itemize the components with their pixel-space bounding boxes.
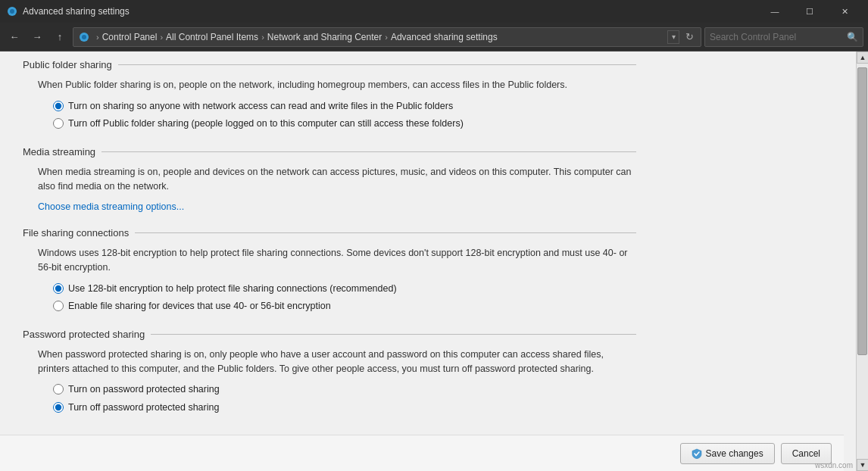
path-advanced-sharing[interactable]: Advanced sharing settings bbox=[391, 32, 498, 42]
path-dropdown[interactable]: ▾ bbox=[667, 30, 679, 44]
file-sharing-label-2: Enable file sharing for devices that use… bbox=[68, 300, 331, 313]
search-input[interactable] bbox=[710, 32, 847, 42]
password-sharing-option-1[interactable]: Turn on password protected sharing bbox=[53, 383, 636, 397]
password-sharing-option-2[interactable]: Turn off password protected sharing bbox=[53, 401, 636, 415]
file-sharing-option-1[interactable]: Use 128-bit encryption to help protect f… bbox=[53, 282, 636, 296]
save-changes-label: Save changes bbox=[706, 448, 763, 459]
file-sharing-option-2[interactable]: Enable file sharing for devices that use… bbox=[53, 300, 636, 313]
public-folder-radio-1[interactable] bbox=[53, 101, 64, 111]
scrollbar-track[interactable] bbox=[857, 64, 868, 459]
public-folder-radio-2[interactable] bbox=[53, 118, 64, 129]
media-streaming-desc: When media streaming is on, people and d… bbox=[38, 165, 636, 194]
media-streaming-line bbox=[101, 151, 636, 152]
up-button[interactable]: ↑ bbox=[50, 27, 70, 47]
main-area: Public folder sharing When Public folder… bbox=[0, 51, 868, 471]
public-folder-option-1[interactable]: Turn on sharing so anyone with network a… bbox=[53, 100, 636, 114]
bottom-bar: Save changes Cancel bbox=[0, 435, 844, 471]
svg-point-1 bbox=[10, 9, 14, 14]
path-sep-3: › bbox=[385, 33, 388, 42]
file-sharing-section: File sharing connections Windows uses 12… bbox=[23, 227, 636, 313]
password-sharing-header: Password protected sharing bbox=[23, 329, 636, 340]
title-bar: Advanced sharing settings — ☐ ✕ bbox=[0, 0, 868, 23]
minimize-button[interactable]: — bbox=[757, 0, 792, 23]
public-folder-desc: When Public folder sharing is on, people… bbox=[38, 78, 636, 92]
password-sharing-line bbox=[151, 334, 636, 335]
save-changes-button[interactable]: Save changes bbox=[680, 443, 775, 464]
content-panel: Public folder sharing When Public folder… bbox=[0, 51, 856, 471]
password-sharing-title: Password protected sharing bbox=[23, 329, 145, 340]
file-sharing-radio-1[interactable] bbox=[53, 283, 64, 294]
public-folder-option-2[interactable]: Turn off Public folder sharing (people l… bbox=[53, 117, 636, 131]
file-sharing-desc: Windows uses 128-bit encryption to help … bbox=[38, 246, 636, 275]
password-sharing-options: Turn on password protected sharing Turn … bbox=[53, 383, 636, 414]
scrollbar-thumb[interactable] bbox=[857, 67, 867, 355]
path-control-panel[interactable]: Control Panel bbox=[102, 32, 158, 42]
path-network-center[interactable]: Network and Sharing Center bbox=[267, 32, 382, 42]
media-streaming-header: Media streaming bbox=[23, 146, 636, 158]
scrollbar-down[interactable]: ▼ bbox=[857, 459, 868, 471]
password-sharing-label-2: Turn off password protected sharing bbox=[68, 401, 219, 415]
password-sharing-label-1: Turn on password protected sharing bbox=[68, 383, 220, 397]
address-path[interactable]: › Control Panel › All Control Panel Item… bbox=[73, 27, 701, 47]
public-folder-section: Public folder sharing When Public folder… bbox=[23, 59, 636, 131]
window-title: Advanced sharing settings bbox=[23, 6, 757, 17]
window-controls: — ☐ ✕ bbox=[757, 0, 862, 23]
close-button[interactable]: ✕ bbox=[827, 0, 862, 23]
public-folder-line bbox=[118, 64, 636, 65]
maximize-button[interactable]: ☐ bbox=[792, 0, 827, 23]
password-sharing-radio-1[interactable] bbox=[53, 384, 64, 395]
file-sharing-line bbox=[135, 232, 636, 233]
password-sharing-desc: When password protected sharing is on, o… bbox=[38, 348, 636, 376]
search-icon[interactable]: 🔍 bbox=[847, 32, 858, 42]
file-sharing-radio-2[interactable] bbox=[53, 301, 64, 311]
file-sharing-header: File sharing connections bbox=[23, 227, 636, 239]
media-streaming-title: Media streaming bbox=[23, 146, 95, 158]
file-sharing-options: Use 128-bit encryption to help protect f… bbox=[53, 282, 636, 313]
path-all-items[interactable]: All Control Panel Items bbox=[166, 32, 258, 42]
public-folder-header: Public folder sharing bbox=[23, 59, 636, 70]
watermark: wsxdn.com bbox=[815, 461, 853, 469]
password-sharing-radio-2[interactable] bbox=[53, 402, 64, 413]
refresh-button[interactable]: ↻ bbox=[682, 30, 696, 44]
password-sharing-section: Password protected sharing When password… bbox=[23, 329, 636, 415]
public-folder-label-1: Turn on sharing so anyone with network a… bbox=[68, 100, 453, 114]
address-bar: ← → ↑ › Control Panel › All Control Pane… bbox=[0, 23, 868, 51]
path-sep-0: › bbox=[96, 33, 99, 42]
scrollbar-up[interactable]: ▲ bbox=[857, 51, 868, 64]
search-box[interactable]: 🔍 bbox=[704, 27, 863, 47]
file-sharing-label-1: Use 128-bit encryption to help protect f… bbox=[68, 282, 397, 296]
content-inner: Public folder sharing When Public folder… bbox=[0, 51, 651, 437]
svg-point-3 bbox=[82, 35, 86, 39]
public-folder-title: Public folder sharing bbox=[23, 59, 112, 70]
public-folder-options: Turn on sharing so anyone with network a… bbox=[53, 100, 636, 131]
app-icon bbox=[6, 5, 18, 17]
media-streaming-link[interactable]: Choose media streaming options... bbox=[38, 201, 184, 212]
path-sep-2: › bbox=[261, 33, 264, 42]
media-streaming-section: Media streaming When media streaming is … bbox=[23, 146, 636, 213]
path-sep-1: › bbox=[160, 33, 163, 42]
scrollbar: ▲ ▼ bbox=[856, 51, 868, 471]
forward-button[interactable]: → bbox=[27, 27, 47, 47]
shield-icon bbox=[692, 448, 702, 459]
path-arrow: ▾ ↻ bbox=[667, 30, 696, 44]
public-folder-label-2: Turn off Public folder sharing (people l… bbox=[68, 117, 464, 131]
back-button[interactable]: ← bbox=[5, 27, 24, 47]
file-sharing-title: File sharing connections bbox=[23, 227, 129, 239]
